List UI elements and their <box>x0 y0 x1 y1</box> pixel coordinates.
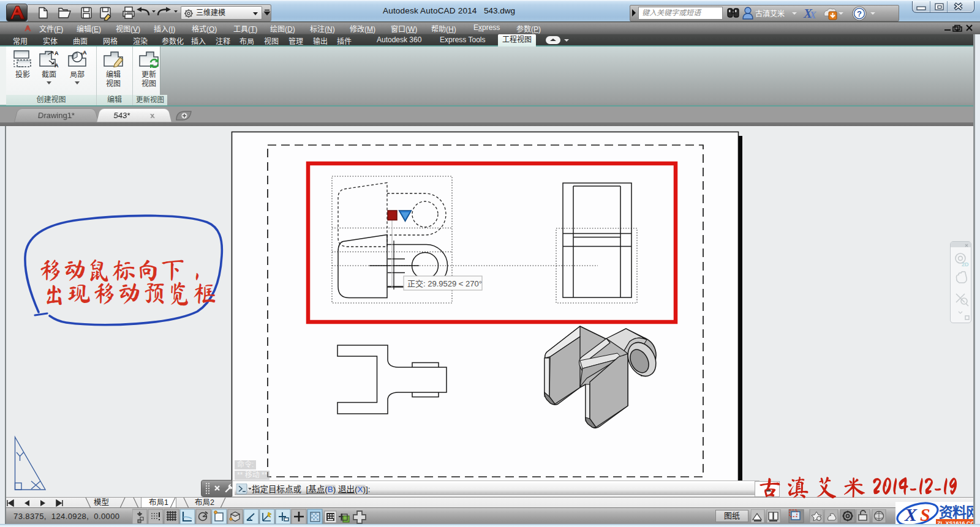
svg-text:X: X <box>809 10 816 20</box>
svg-text:A: A <box>83 50 87 56</box>
svg-text:A: A <box>55 50 59 56</box>
svg-text:A: A <box>55 62 59 68</box>
svg-text:2D: 2D <box>962 261 969 267</box>
svg-text:X: X <box>904 504 918 525</box>
svg-text:正交: 29.9529 < 270°: 正交: 29.9529 < 270° <box>407 279 482 288</box>
svg-text:?: ? <box>857 9 862 18</box>
svg-text:S: S <box>920 504 930 525</box>
